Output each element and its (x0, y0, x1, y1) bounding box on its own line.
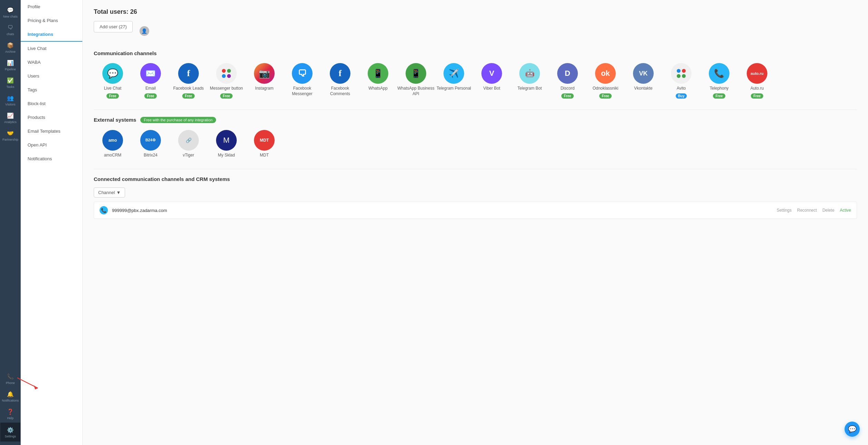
instagram-icon: 📷 (254, 63, 275, 84)
channel-fbmessenger[interactable]: 🗨 Facebook Messenger (283, 63, 321, 99)
channel-telephony[interactable]: 📞 Telephony Free (700, 63, 738, 99)
sidebar-icon-tasks[interactable]: ✅Tasks (1, 74, 20, 91)
sidebar-icon-pipeline[interactable]: 📊Pipeline (1, 56, 20, 74)
vtiger-icon: 🔗 (178, 130, 199, 151)
telephony-free-badge: Free (713, 93, 725, 99)
channel-messenger-btn[interactable]: Messenger button Free (207, 63, 245, 99)
whatsapp-icon: 📱 (368, 63, 388, 84)
my-chats-icon: 🗨 (7, 24, 14, 31)
fbmessenger-icon: 🗨 (292, 63, 313, 84)
channel-instagram[interactable]: 📷 Instagram (245, 63, 283, 99)
tasks-icon: ✅ (7, 77, 14, 84)
channel-autoru[interactable]: auto.ru Auto.ru Free (738, 63, 776, 99)
connected-action-settings[interactable]: Settings (777, 208, 792, 213)
sidebar-icon-partnership[interactable]: 🤝Partnership (1, 127, 20, 144)
zadarma-status: Active (840, 208, 851, 213)
external-bitrix24[interactable]: B24⚙ Bitrix24 (132, 130, 170, 158)
external-free-badge: Free with the purchase of any integratio… (140, 117, 216, 123)
external-mysklad[interactable]: M My Sklad (207, 130, 245, 158)
nav-item-open-api[interactable]: Open API (21, 138, 82, 152)
page-title: Total users: 26 (94, 8, 857, 16)
channel-whatsapp-biz[interactable]: 📱 WhatsApp Business API (397, 63, 435, 99)
avito-buy-badge: Buy (676, 93, 687, 99)
avito-name: Avito (677, 86, 686, 91)
odnoklassniki-icon: ok (595, 63, 616, 84)
external-vtiger[interactable]: 🔗 vTiger (170, 130, 207, 158)
bitrix24-icon: B24⚙ (140, 130, 161, 151)
new-chats-icon: 💬 (7, 6, 14, 14)
channel-livechat[interactable]: 💬 Live Chat Free (94, 63, 132, 99)
sidebar-icon-my-chats[interactable]: 🗨chats (1, 21, 20, 39)
partnership-icon: 🤝 (7, 129, 14, 137)
telegram-bot-icon: 🤖 (519, 63, 540, 84)
telegram-personal-name: Telegram Personal (437, 86, 471, 91)
channel-viber-bot[interactable]: V Viber Bot (473, 63, 511, 99)
telephony-icon: 📞 (709, 63, 729, 84)
channel-filter[interactable]: Channel ▼ (94, 188, 125, 198)
float-chat-button[interactable]: 💬 (845, 422, 860, 437)
nav-item-integrations[interactable]: Integrations (21, 28, 82, 42)
channel-whatsapp[interactable]: 📱 WhatsApp (359, 63, 397, 99)
external-grid: amo amoCRM B24⚙ Bitrix24 🔗 vTiger M My S… (94, 130, 857, 158)
telegram-bot-name: Telegram Bot (518, 86, 542, 91)
nav-item-livechat[interactable]: Live Chat (21, 42, 82, 55)
nav-sidebar: ProfilePricing & PlansIntegrationsLive C… (21, 0, 83, 445)
nav-item-users[interactable]: Users (21, 69, 82, 83)
icon-sidebar: 💬New chats🗨chats📦Archive📊Pipeline✅Tasks👥… (0, 0, 21, 445)
connected-action-reconnect[interactable]: Reconnect (797, 208, 817, 213)
vkontakte-name: Vkontakte (634, 86, 652, 91)
connected-title: Connected communication channels and CRM… (94, 176, 857, 182)
nav-item-tags[interactable]: Tags (21, 83, 82, 97)
nav-item-waba[interactable]: WABA (21, 55, 82, 69)
zadarma-actions: SettingsReconnectDelete Active (777, 208, 851, 213)
whatsapp-name: WhatsApp (368, 86, 387, 91)
nav-item-email-templates[interactable]: Email Templates (21, 124, 82, 138)
channel-email[interactable]: ✉️ Email Free (132, 63, 170, 99)
sidebar-icon-analytics[interactable]: 📈Analytics (1, 109, 20, 127)
nav-item-profile[interactable]: Profile (21, 0, 82, 14)
sidebar-icon-phone[interactable]: 📞Phone (0, 370, 20, 387)
connected-section: Connected communication channels and CRM… (94, 176, 857, 219)
external-amocrm[interactable]: amo amoCRM (94, 130, 132, 158)
channel-discord[interactable]: D Discord Free (549, 63, 586, 99)
telegram-personal-icon: ✈️ (443, 63, 464, 84)
autoru-free-badge: Free (751, 93, 763, 99)
channel-avito[interactable]: Avito Buy (662, 63, 700, 99)
nav-item-products[interactable]: Products (21, 111, 82, 124)
help-icon: ❓ (7, 408, 14, 415)
sidebar-icon-settings[interactable]: ⚙️Settings (0, 423, 20, 442)
channel-odnoklassniki[interactable]: ok Odnoklassniki Free (586, 63, 624, 99)
channel-fbcomments[interactable]: f Facebook Comments (321, 63, 359, 99)
nav-item-notifications[interactable]: Notifications (21, 152, 82, 166)
channel-fbleads[interactable]: f Facebook Leads Free (170, 63, 207, 99)
discord-name: Discord (561, 86, 575, 91)
nav-item-blocklist[interactable]: Block-list (21, 97, 82, 111)
external-mdt[interactable]: MDT MDT (245, 130, 283, 158)
messenger-btn-name: Messenger button (210, 86, 243, 91)
bitrix24-name: Bitrix24 (144, 153, 157, 158)
channel-telegram-bot[interactable]: 🤖 Telegram Bot (511, 63, 549, 99)
sidebar-icon-notifications[interactable]: 🔔Notifications (0, 387, 20, 405)
avito-icon (671, 63, 692, 84)
sidebar-icon-archive[interactable]: 📦Archive (1, 39, 20, 56)
amocrm-icon: amo (102, 130, 123, 151)
connected-rows: 📞 999999@pbx.zadarma.com SettingsReconne… (94, 202, 857, 219)
connected-row-zadarma: 📞 999999@pbx.zadarma.com SettingsReconne… (94, 202, 857, 219)
zadarma-channel-icon: 📞 (100, 206, 108, 214)
channel-telegram-personal[interactable]: ✈️ Telegram Personal (435, 63, 473, 99)
connected-action-delete[interactable]: Delete (823, 208, 835, 213)
fbcomments-name: Facebook Comments (321, 86, 359, 97)
sidebar-icon-help[interactable]: ❓Help (0, 405, 20, 423)
pipeline-icon: 📊 (7, 59, 14, 67)
sidebar-icon-new-chats[interactable]: 💬New chats (1, 3, 20, 21)
archive-icon: 📦 (7, 41, 14, 49)
channel-vkontakte[interactable]: VK Vkontakte (624, 63, 662, 99)
nav-item-pricing[interactable]: Pricing & Plans (21, 14, 82, 28)
discord-free-badge: Free (561, 93, 573, 99)
fbleads-name: Facebook Leads (173, 86, 204, 91)
add-user-button[interactable]: Add user (27) (94, 21, 133, 32)
sidebar-icon-visitors[interactable]: 👥Visitors (1, 91, 20, 109)
mysklad-name: My Sklad (218, 153, 235, 158)
amocrm-name: amoCRM (104, 153, 122, 158)
avatar: 👤 (140, 26, 149, 36)
